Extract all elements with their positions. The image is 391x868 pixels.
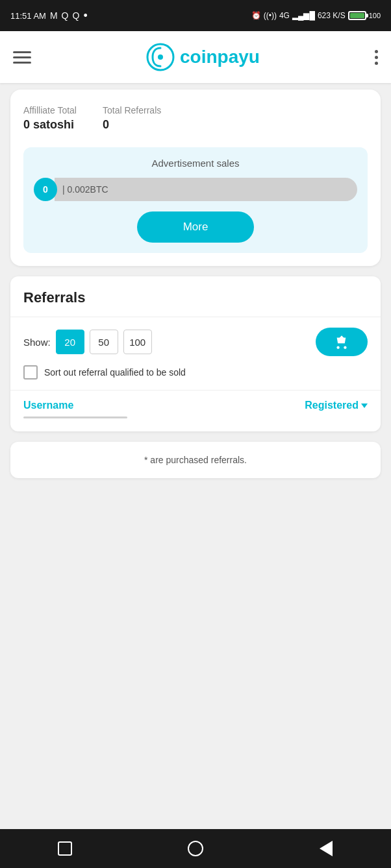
affiliate-total-value: 0 satoshi bbox=[23, 118, 77, 132]
page-size-50[interactable]: 50 bbox=[90, 330, 118, 354]
time: 11:51 AM bbox=[10, 11, 46, 21]
more-button[interactable]: More bbox=[137, 211, 254, 243]
total-referrals-stat: Total Referrals 0 bbox=[103, 105, 161, 132]
show-label: Show: bbox=[23, 337, 51, 348]
progress-bar-text: | 0.002BTC bbox=[62, 184, 108, 195]
progress-container: 0 | 0.002BTC bbox=[34, 178, 357, 201]
recent-apps-button[interactable] bbox=[51, 834, 79, 863]
signal-bars: ▂▄▆█ bbox=[292, 11, 315, 20]
alarm-icon: ⏰ bbox=[251, 11, 261, 20]
home-button[interactable] bbox=[181, 834, 210, 863]
referrals-controls: Show: 20 50 100 Sort out referral qualif… bbox=[10, 317, 381, 391]
col-username[interactable]: Username bbox=[23, 400, 305, 411]
status-right: ⏰ ((•)) 4G ▂▄▆█ 623 K/S 100 bbox=[251, 11, 381, 20]
progress-bar-wrapper: | 0.002BTC bbox=[55, 178, 357, 201]
app-icon-1: Q bbox=[62, 10, 69, 21]
hamburger-menu-icon[interactable] bbox=[13, 51, 31, 64]
show-row: Show: 20 50 100 bbox=[23, 328, 368, 356]
navbar: coinpayu bbox=[0, 31, 391, 83]
table-header: Username Registered bbox=[10, 391, 381, 411]
page-size-20[interactable]: 20 bbox=[56, 330, 84, 354]
affiliate-total-label: Affilliate Total bbox=[23, 105, 77, 115]
gmail-icon: M bbox=[50, 10, 58, 21]
logo: coinpayu bbox=[146, 43, 260, 71]
referrals-title: Referrals bbox=[23, 289, 368, 306]
back-triangle-icon bbox=[320, 841, 333, 856]
sort-checkbox[interactable] bbox=[23, 365, 38, 380]
ad-sales-section: Advertisement sales 0 | 0.002BTC More bbox=[23, 147, 368, 253]
chevron-down-icon bbox=[361, 404, 368, 408]
battery-percent: 100 bbox=[369, 12, 381, 19]
ad-sales-title: Advertisement sales bbox=[34, 158, 357, 169]
app-icon-2: Q bbox=[73, 10, 80, 21]
status-left: 11:51 AM M Q Q • bbox=[10, 9, 88, 23]
bottom-nav bbox=[0, 829, 391, 868]
battery-fill bbox=[350, 13, 364, 18]
affiliate-total-stat: Affilliate Total 0 satoshi bbox=[23, 105, 77, 132]
circle-icon bbox=[188, 841, 203, 856]
status-bar: 11:51 AM M Q Q • ⏰ ((•)) 4G ▂▄▆█ 623 K/S… bbox=[0, 0, 391, 31]
back-button[interactable] bbox=[312, 834, 340, 863]
referrals-header: Referrals bbox=[10, 276, 381, 317]
page-size-100[interactable]: 100 bbox=[123, 330, 152, 354]
main-content: Affilliate Total 0 satoshi Total Referra… bbox=[0, 83, 391, 551]
network-4g: 4G bbox=[279, 11, 290, 20]
bottom-spacer bbox=[10, 488, 381, 540]
dot-indicator: • bbox=[83, 9, 87, 23]
sell-referrals-button[interactable] bbox=[316, 328, 368, 356]
total-referrals-value: 0 bbox=[103, 118, 161, 132]
signal-icon: ((•)) bbox=[264, 11, 277, 20]
referrals-section: Referrals Show: 20 50 100 Sort out refer… bbox=[10, 276, 381, 431]
cart-up-icon bbox=[333, 333, 350, 350]
logo-text: coinpayu bbox=[180, 47, 260, 67]
logo-icon bbox=[146, 43, 175, 71]
progress-current-value: 0 bbox=[34, 178, 57, 201]
more-menu-icon[interactable] bbox=[375, 50, 378, 65]
purchased-note-card: * are purchased referrals. bbox=[10, 442, 381, 478]
total-referrals-label: Total Referrals bbox=[103, 105, 161, 115]
purchased-note-text: * are purchased referrals. bbox=[144, 455, 247, 465]
sort-row: Sort out referral qualified to be sold bbox=[23, 365, 368, 380]
speed-indicator: 623 K/S bbox=[318, 11, 346, 20]
col-registered[interactable]: Registered bbox=[305, 400, 368, 411]
square-icon bbox=[58, 841, 72, 856]
affiliate-stats: Affilliate Total 0 satoshi Total Referra… bbox=[23, 105, 368, 132]
battery-icon bbox=[348, 11, 366, 20]
affiliate-card: Affilliate Total 0 satoshi Total Referra… bbox=[10, 90, 381, 266]
sort-label: Sort out referral qualified to be sold bbox=[44, 367, 186, 378]
svg-point-1 bbox=[158, 54, 163, 60]
